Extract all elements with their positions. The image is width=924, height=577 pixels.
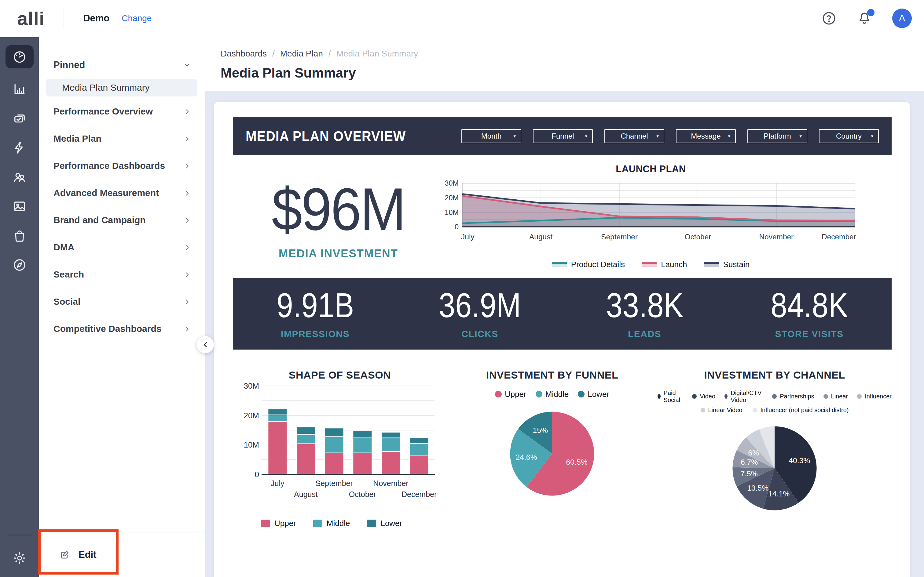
rail-item-dashboards[interactable] [5,45,34,68]
legend-label: Video [700,393,715,400]
legend-item: Video [692,393,715,400]
sidebar-item-label: Performance Overview [53,106,153,117]
edit-button[interactable]: Edit [39,532,205,577]
image-icon [12,199,27,214]
sidebar-item-dma[interactable]: DMA [39,234,205,261]
chevron-right-icon [183,189,191,197]
sidebar-item-label: Competitive Dashboards [53,324,162,334]
svg-text:60.5%: 60.5% [566,458,588,466]
kpi-label: STORE VISITS [775,329,843,339]
sidebar-item-media-plan-summary[interactable]: Media Plan Summary [46,79,197,97]
legend-label: Linear [831,393,848,400]
kpi-label: CLICKS [461,329,498,339]
sidebar-item-advanced-measurement[interactable]: Advanced Measurement [39,179,205,206]
filter-platform-dropdown[interactable]: Platform▾ [747,129,807,143]
launch-plan-title: LAUNCH PLAN [444,164,858,175]
svg-text:September: September [601,233,638,241]
sidebar-item-competitive-dashboards[interactable]: Competitive Dashboards [39,315,205,342]
legend-label: Lower [380,519,402,528]
investment-by-funnel-title: INVESTMENT BY FUNNEL [447,369,657,381]
rail-item-automation[interactable] [5,133,34,163]
sidebar-item-social[interactable]: Social [39,288,205,315]
legend-item: Partnerships [772,393,814,400]
rail-item-audiences[interactable] [5,163,34,192]
help-icon[interactable] [821,11,837,26]
sidebar-item-performance-overview[interactable]: Performance Overview [39,98,205,125]
kpi-clicks: 36.9MCLICKS [397,288,562,339]
svg-text:13.5%: 13.5% [747,484,769,492]
change-workspace-link[interactable]: Change [122,13,152,23]
pinned-section-header[interactable]: Pinned [39,56,205,74]
page-title: Media Plan Summary [221,65,924,81]
filter-channel-dropdown[interactable]: Channel▾ [604,129,664,143]
legend-swatch [261,520,270,527]
svg-text:20M: 20M [444,194,459,202]
avatar[interactable]: A [892,8,912,28]
svg-text:0: 0 [455,223,459,231]
pinned-label: Pinned [53,60,85,71]
sidebar-item-search[interactable]: Search [39,261,205,288]
legend-label: Launch [661,260,687,269]
rail-item-creative[interactable] [5,192,34,221]
rail-item-settings[interactable] [5,543,34,573]
legend-label: Influencer (not paid social distro) [760,407,848,414]
filter-month-dropdown[interactable]: Month▾ [461,129,521,143]
kpi-label: IMPRESSIONS [281,329,350,339]
chevron-right-icon [183,243,191,251]
filter-funnel-dropdown[interactable]: Funnel▾ [533,129,593,143]
svg-text:24.6%: 24.6% [515,453,537,461]
dropdown-caret-icon: ▾ [799,134,802,139]
breadcrumb-item[interactable]: Media Plan [280,49,323,59]
clipboard-check-icon [12,111,27,126]
kpi-stats-band: 9.91BIMPRESSIONS36.9MCLICKS33.8KLEADS84.… [233,278,892,350]
sidebar: Pinned Media Plan Summary Performance Ov… [39,37,205,577]
legend-label: Partnerships [780,393,814,400]
sidebar-item-label: DMA [53,242,74,253]
rail-item-reports[interactable] [5,104,34,133]
shopping-bag-icon [12,228,27,243]
chevron-right-icon [183,325,191,333]
kpi-value: 33.8K [606,288,683,323]
rail-item-shopping[interactable] [5,221,34,250]
sidebar-collapse-button[interactable] [197,336,214,353]
sidebar-item-performance-dashboards[interactable]: Performance Dashboards [39,152,205,179]
legend-label: Lower [588,390,609,399]
svg-text:0: 0 [255,470,259,479]
notifications-bell-icon[interactable] [857,11,872,26]
legend-item: Linear Video [701,407,743,414]
topbar-actions: A [821,8,924,28]
svg-text:7.5%: 7.5% [740,469,758,478]
filter-message-dropdown[interactable]: Message▾ [676,129,736,143]
breadcrumb-item[interactable]: Dashboards [221,49,267,59]
svg-text:October: October [349,490,376,498]
investment-by-funnel-legend: UpperMiddleLower [447,390,657,399]
rail-item-explore[interactable] [5,250,34,280]
sidebar-item-brand-and-campaign[interactable]: Brand and Campaign [39,206,205,234]
filter-label: Channel [620,132,648,140]
filter-country-dropdown[interactable]: Country▾ [819,129,879,143]
legend-item: Middle [536,390,569,399]
rail-item-analytics[interactable] [5,74,34,104]
app-logo[interactable]: alli [17,8,45,29]
legend-label: Middle [545,390,569,399]
legend-item: Product Details [552,260,625,269]
compass-icon [12,258,27,272]
kpi-leads: 33.8KLEADS [562,288,727,339]
sidebar-item-label: Brand and Campaign [53,215,146,225]
filter-label: Funnel [551,132,574,140]
legend-swatch [824,394,828,399]
bar-chart-icon [12,82,27,97]
svg-text:October: October [685,233,711,241]
sidebar-item-label: Advanced Measurement [53,188,159,198]
legend-item: Sustain [704,260,750,269]
sidebar-item-label: Media Plan [53,134,102,144]
svg-text:November: November [373,479,408,488]
legend-swatch [701,408,705,413]
legend-swatch [857,394,862,399]
launch-plan-chart: LAUNCH PLAN 010M20M30MJulyAugustSeptembe… [444,164,892,269]
legend-item: Middle [313,519,350,528]
sidebar-item-media-plan[interactable]: Media Plan [39,125,205,152]
chevron-right-icon [183,298,191,306]
overview-title: MEDIA PLAN OVERVIEW [246,128,406,144]
icon-rail [0,37,39,577]
